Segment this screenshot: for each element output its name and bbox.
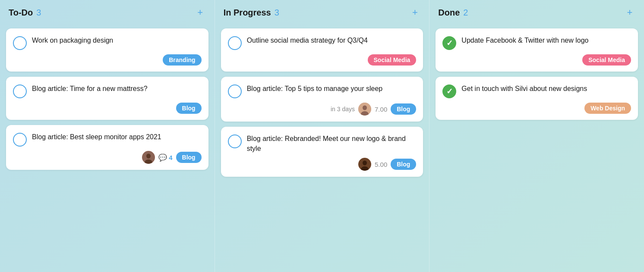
card-text: Work on packaging design bbox=[32, 35, 202, 45]
card-hours: 7.00 bbox=[375, 106, 387, 113]
card-checkbox[interactable] bbox=[442, 36, 456, 50]
column-body-done: Update Facebook & Twitter with new logoS… bbox=[429, 25, 644, 272]
card-tag[interactable]: Branding bbox=[163, 54, 201, 66]
card-footer: Web Design bbox=[442, 103, 631, 114]
card-footer: Social Media bbox=[442, 54, 631, 66]
card-top: Blog article: Rebranded! Meet our new lo… bbox=[228, 134, 417, 153]
card-text: Get in touch with Silvi about new design… bbox=[461, 84, 631, 94]
add-card-button[interactable]: + bbox=[623, 6, 636, 19]
card-text: Blog article: Time for a new mattress? bbox=[32, 84, 202, 94]
card-text: Blog article: Top 5 tips to manage your … bbox=[247, 84, 417, 94]
avatar bbox=[358, 158, 371, 171]
comment-count: 4 bbox=[169, 154, 172, 161]
card-hours: 5.00 bbox=[375, 161, 387, 168]
card[interactable]: Update Facebook & Twitter with new logoS… bbox=[436, 28, 638, 72]
comment-icon: 💬 bbox=[158, 153, 167, 162]
card-tag[interactable]: Blog bbox=[176, 152, 202, 163]
column-todo: To-Do3+Work on packaging designBrandingB… bbox=[0, 0, 215, 272]
card-top: Blog article: Time for a new mattress? bbox=[13, 84, 202, 98]
card[interactable]: Blog article: Time for a new mattress?Bl… bbox=[6, 77, 208, 120]
card-tag[interactable]: Blog bbox=[176, 103, 202, 114]
card-checkbox[interactable] bbox=[13, 84, 27, 98]
column-done: Done2+Update Facebook & Twitter with new… bbox=[429, 0, 644, 272]
add-card-button[interactable]: + bbox=[408, 6, 421, 19]
avatar bbox=[142, 151, 155, 164]
column-in-progress: In Progress3+Outline social media strate… bbox=[215, 0, 430, 272]
avatar bbox=[358, 103, 371, 116]
card-top: Update Facebook & Twitter with new logo bbox=[442, 35, 631, 50]
card[interactable]: Blog article: Rebranded! Meet our new lo… bbox=[221, 127, 423, 177]
card-checkbox[interactable] bbox=[13, 36, 27, 50]
card-footer: 💬4Blog bbox=[13, 151, 202, 164]
card-text: Update Facebook & Twitter with new logo bbox=[461, 35, 631, 45]
svg-point-4 bbox=[363, 106, 367, 110]
column-title: Done bbox=[438, 8, 460, 18]
column-body-todo: Work on packaging designBrandingBlog art… bbox=[0, 25, 215, 272]
card-tag[interactable]: Social Media bbox=[582, 54, 631, 66]
card-tag[interactable]: Web Design bbox=[584, 103, 631, 114]
column-title: To-Do bbox=[9, 8, 33, 18]
card-comments: 💬4 bbox=[158, 153, 172, 162]
card[interactable]: Work on packaging designBranding bbox=[6, 28, 208, 72]
card[interactable]: Outline social media strategy for Q3/Q4S… bbox=[221, 28, 423, 72]
column-header-done: Done2+ bbox=[429, 0, 644, 25]
card-checkbox[interactable] bbox=[228, 36, 242, 50]
card-footer: in 3 days 7.00Blog bbox=[228, 103, 417, 116]
card[interactable]: Blog article: Best sleep monitor apps 20… bbox=[6, 125, 208, 170]
kanban-board: To-Do3+Work on packaging designBrandingB… bbox=[0, 0, 644, 272]
card-tag[interactable]: Blog bbox=[391, 103, 416, 115]
card-top: Get in touch with Silvi about new design… bbox=[442, 84, 631, 98]
card-top: Blog article: Top 5 tips to manage your … bbox=[228, 84, 417, 98]
card-tag[interactable]: Social Media bbox=[368, 54, 417, 66]
card-footer: Branding bbox=[13, 54, 202, 66]
card-top: Blog article: Best sleep monitor apps 20… bbox=[13, 132, 202, 147]
card-footer: 5.00Blog bbox=[228, 158, 417, 171]
column-count: 2 bbox=[463, 8, 468, 18]
column-count: 3 bbox=[36, 8, 41, 18]
column-header-in-progress: In Progress3+ bbox=[215, 0, 429, 25]
card-footer: Blog bbox=[13, 103, 202, 114]
card-checkbox[interactable] bbox=[228, 134, 242, 148]
card-checkbox[interactable] bbox=[13, 133, 27, 147]
card-due-date: in 3 days bbox=[331, 106, 355, 113]
card-text: Blog article: Best sleep monitor apps 20… bbox=[32, 132, 202, 142]
card-top: Outline social media strategy for Q3/Q4 bbox=[228, 35, 417, 50]
svg-point-7 bbox=[363, 161, 367, 166]
svg-point-1 bbox=[146, 154, 151, 159]
card-text: Outline social media strategy for Q3/Q4 bbox=[247, 35, 417, 45]
card-checkbox[interactable] bbox=[228, 84, 242, 98]
card-footer: Social Media bbox=[228, 54, 417, 66]
card-tag[interactable]: Blog bbox=[391, 159, 416, 170]
card[interactable]: Get in touch with Silvi about new design… bbox=[436, 77, 638, 120]
column-header-todo: To-Do3+ bbox=[0, 0, 215, 25]
column-count: 3 bbox=[275, 8, 279, 18]
column-title: In Progress bbox=[224, 8, 271, 18]
card[interactable]: Blog article: Top 5 tips to manage your … bbox=[221, 77, 423, 122]
card-text: Blog article: Rebranded! Meet our new lo… bbox=[247, 134, 417, 153]
add-card-button[interactable]: + bbox=[194, 6, 207, 19]
column-body-in-progress: Outline social media strategy for Q3/Q4S… bbox=[215, 25, 429, 272]
card-top: Work on packaging design bbox=[13, 35, 202, 50]
card-checkbox[interactable] bbox=[442, 84, 456, 98]
